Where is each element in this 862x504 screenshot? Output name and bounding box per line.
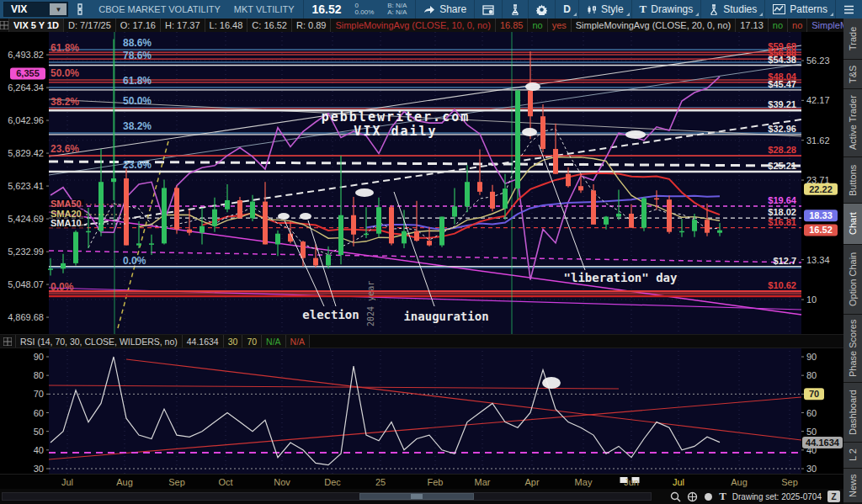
svg-text:38.2%: 38.2% bbox=[123, 120, 152, 132]
tab-option-chain[interactable]: Option Chain bbox=[843, 245, 862, 314]
exchange-label: MKT VLTILITY bbox=[227, 0, 301, 19]
month-label: Mar bbox=[475, 477, 491, 487]
svg-text:56.23: 56.23 bbox=[806, 56, 830, 66]
svg-text:6,355: 6,355 bbox=[16, 68, 40, 78]
bottom-bar: T Drawing set: 2025-0704 Z bbox=[0, 489, 843, 504]
header-chip[interactable]: H: 17.37 bbox=[161, 19, 205, 32]
share-button[interactable]: Share bbox=[415, 0, 474, 19]
svg-text:70: 70 bbox=[809, 389, 819, 399]
corner-z-button[interactable]: Z bbox=[827, 491, 840, 502]
rsi-chip[interactable]: 30 bbox=[224, 335, 243, 347]
analyze-flask-icon-button[interactable] bbox=[502, 0, 528, 19]
header-chip[interactable]: SimpleMoving... bbox=[807, 19, 843, 32]
svg-text:5,623.41: 5,623.41 bbox=[8, 181, 44, 191]
svg-text:61.8%: 61.8% bbox=[51, 42, 79, 54]
pan-crosshair-icon[interactable] bbox=[687, 491, 698, 502]
svg-text:90: 90 bbox=[806, 352, 817, 362]
chart-area[interactable]: 61.8%50.0%38.2%23.6%0.0%88.6%78.6%61.8%5… bbox=[0, 32, 843, 504]
header-chip[interactable]: no bbox=[788, 19, 807, 32]
last-price: 16.52 bbox=[306, 0, 349, 19]
svg-text:VIX daily: VIX daily bbox=[354, 124, 437, 139]
bid-ask-block: B: N/AA: N/A bbox=[387, 3, 407, 16]
tab-phase-scores[interactable]: Phase Scores bbox=[843, 315, 862, 382]
header-chip[interactable]: D: 7/17/25 bbox=[64, 19, 116, 32]
style-button[interactable]: Style bbox=[578, 0, 631, 19]
zoom-icon[interactable] bbox=[670, 491, 681, 502]
header-chip[interactable]: SimpleMovingAvg (CLOSE, 10, 0, no) bbox=[331, 19, 495, 32]
menu-icon-button[interactable] bbox=[835, 0, 862, 19]
rsi-grid-icon[interactable] bbox=[0, 335, 16, 347]
svg-text:0.0%: 0.0% bbox=[51, 281, 74, 293]
svg-text:13.34: 13.34 bbox=[806, 255, 830, 265]
month-label: Sep bbox=[781, 477, 798, 487]
svg-text:$16.81: $16.81 bbox=[768, 217, 796, 227]
tab-chart[interactable]: Chart bbox=[843, 204, 862, 244]
svg-text:50.0%: 50.0% bbox=[123, 95, 152, 107]
month-label: Oct bbox=[218, 477, 232, 487]
rsi-chip[interactable]: 44.1634 bbox=[183, 335, 224, 347]
svg-text:$45.47: $45.47 bbox=[768, 79, 796, 89]
price-and-rsi-chart[interactable]: 61.8%50.0%38.2%23.6%0.0%88.6%78.6%61.8%5… bbox=[0, 32, 843, 504]
tab-t-s[interactable]: T&S bbox=[843, 60, 862, 88]
rsi-study-header: RSI (14, 70, 30, CLOSE, WILDERS, no)44.1… bbox=[0, 334, 843, 348]
svg-text:5,048.07: 5,048.07 bbox=[8, 279, 44, 289]
svg-text:40: 40 bbox=[34, 445, 44, 455]
change-block: 00.00% bbox=[355, 3, 375, 16]
svg-text:60: 60 bbox=[806, 408, 817, 418]
header-chip[interactable]: no bbox=[528, 19, 547, 32]
month-label: May bbox=[575, 477, 593, 487]
svg-text:$28.28: $28.28 bbox=[768, 145, 796, 155]
rsi-chip[interactable]: N/A bbox=[262, 335, 286, 347]
chart-grid-icon[interactable] bbox=[0, 19, 9, 32]
thinkorswim-app: VIX ▼ CBOE MARKET VOLATILITY MKT VLTILIT… bbox=[0, 0, 862, 504]
scrollbar-handle[interactable] bbox=[359, 493, 474, 500]
patterns-button[interactable]: Patterns bbox=[764, 0, 835, 19]
symbol-dropdown-button[interactable]: ▼ bbox=[50, 3, 67, 15]
svg-text:18.33: 18.33 bbox=[809, 210, 833, 220]
header-chip[interactable]: O: 17.16 bbox=[116, 19, 161, 32]
svg-text:5,232.99: 5,232.99 bbox=[8, 247, 44, 257]
svg-text:44.1634: 44.1634 bbox=[806, 438, 840, 448]
svg-text:2024 year: 2024 year bbox=[366, 281, 375, 326]
settings-gear-icon-button[interactable] bbox=[528, 0, 555, 19]
header-chip[interactable]: VIX 5 Y 1D bbox=[9, 19, 64, 32]
symbol-selector[interactable]: VIX ▼ bbox=[3, 2, 68, 17]
timeframe-button[interactable]: D bbox=[555, 0, 578, 19]
tab-dashboard[interactable]: Dashboard bbox=[843, 383, 862, 442]
symbol-text[interactable]: VIX bbox=[4, 3, 49, 15]
dot-tool-icon[interactable] bbox=[704, 492, 713, 501]
text-tool-icon[interactable]: T bbox=[719, 490, 726, 503]
drawings-button[interactable]: T Drawings bbox=[631, 0, 701, 19]
header-chip[interactable]: C: 16.52 bbox=[247, 19, 292, 32]
svg-text:$32.96: $32.96 bbox=[768, 124, 796, 134]
svg-text:38.2%: 38.2% bbox=[51, 96, 79, 108]
tab-news[interactable]: News bbox=[843, 469, 862, 502]
svg-text:80: 80 bbox=[806, 370, 817, 380]
header-chip[interactable]: R: 0.89 bbox=[292, 19, 331, 32]
month-label: Aug bbox=[116, 477, 133, 487]
svg-text:$18.02: $18.02 bbox=[768, 207, 796, 217]
tab-trade[interactable]: Trade bbox=[843, 19, 862, 59]
studies-button[interactable]: Studies bbox=[700, 0, 764, 19]
tab-buttons[interactable]: Buttons bbox=[843, 157, 862, 203]
header-chip[interactable]: no bbox=[769, 19, 788, 32]
time-axis[interactable]: JulAugSepOctNovDec25FebMarAprMayJunJulAu… bbox=[0, 474, 843, 490]
svg-text:30: 30 bbox=[806, 464, 817, 474]
svg-text:4,869.68: 4,869.68 bbox=[8, 312, 44, 322]
header-chip[interactable]: yes bbox=[548, 19, 572, 32]
header-chip[interactable]: L: 16.48 bbox=[205, 19, 248, 32]
chart-scrollbar[interactable] bbox=[2, 492, 652, 501]
tab-l-2[interactable]: L 2 bbox=[843, 443, 862, 468]
rsi-chip[interactable]: 70 bbox=[242, 335, 262, 347]
svg-text:30: 30 bbox=[34, 464, 44, 474]
header-chip[interactable]: 17.13 bbox=[736, 19, 769, 32]
header-chip[interactable]: SimpleMovingAvg (CLOSE, 20, 0, no) bbox=[572, 19, 736, 32]
symbol-link-icon[interactable] bbox=[68, 0, 92, 19]
month-label: Jun bbox=[624, 477, 639, 487]
tab-active-trader[interactable]: Active Trader bbox=[843, 89, 862, 157]
rsi-chip[interactable]: N/A bbox=[286, 335, 311, 347]
svg-text:23.6%: 23.6% bbox=[123, 159, 152, 171]
header-chip[interactable]: 16.85 bbox=[496, 19, 529, 32]
calendar-icon-button[interactable] bbox=[474, 0, 502, 19]
rsi-chip[interactable]: RSI (14, 70, 30, CLOSE, WILDERS, no) bbox=[16, 335, 183, 347]
